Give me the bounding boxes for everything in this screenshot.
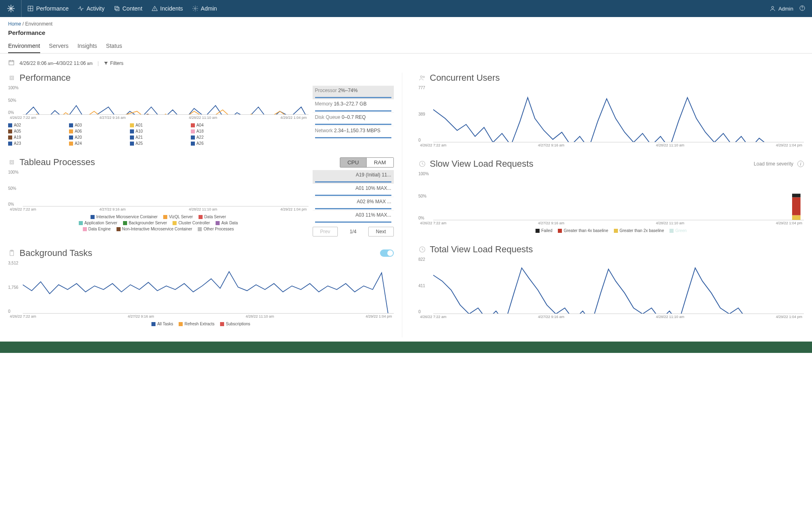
date-range[interactable]: 4/26/22 8:06 am–4/30/22 11:06 am — [19, 60, 93, 66]
legend-item[interactable]: A19 — [8, 135, 65, 140]
cpu-icon — [8, 74, 15, 82]
legend-item[interactable]: A04 — [191, 123, 248, 127]
process-row[interactable]: A01 10% MAX... — [313, 183, 394, 197]
legend-item[interactable]: Green — [669, 228, 687, 233]
legend-item[interactable]: A21 — [130, 135, 187, 140]
metric-row[interactable]: Network 2.34–1,150.73 MBPS — [313, 126, 394, 139]
slow-chart[interactable] — [433, 172, 804, 220]
top-nav: Performance Activity Content Incidents A… — [0, 0, 812, 17]
legend-item[interactable] — [252, 123, 309, 127]
panel-title: Tableau Processes — [19, 157, 336, 168]
legend-item[interactable]: Data Server — [199, 215, 226, 219]
processes-chart[interactable] — [23, 170, 309, 206]
background-toggle-switch[interactable] — [380, 249, 394, 257]
legend-item[interactable] — [252, 129, 309, 133]
legend-item[interactable]: Other Processes — [198, 227, 233, 231]
footer-bar — [0, 342, 812, 353]
tab-environment[interactable]: Environment — [8, 39, 40, 53]
legend-item[interactable]: Greater than 2x baseline — [614, 228, 664, 233]
legend-item[interactable]: A23 — [8, 141, 65, 146]
nav-performance[interactable]: Performance — [27, 5, 69, 12]
nav-admin[interactable]: Admin — [192, 5, 217, 12]
toggle-cpu[interactable]: CPU — [340, 158, 366, 167]
legend-item[interactable]: A25 — [130, 141, 187, 146]
cpu-ram-toggle: CPU RAM — [340, 157, 394, 168]
svg-point-25 — [420, 76, 422, 78]
metric-row[interactable]: Disk Queue 0–0.7 REQ — [313, 112, 394, 126]
nav-incidents[interactable]: Incidents — [151, 5, 183, 12]
panel-processes: Tableau Processes CPU RAM 100% 50% 0% — [8, 157, 394, 236]
legend-item[interactable]: A02 — [8, 123, 65, 127]
legend-item[interactable]: Cluster Controller — [173, 221, 210, 225]
legend-item[interactable]: Data Engine — [83, 227, 111, 231]
legend-item[interactable]: A06 — [69, 129, 126, 133]
legend-item[interactable]: A18 — [191, 129, 248, 133]
svg-rect-125 — [792, 215, 801, 220]
legend-item[interactable] — [252, 135, 309, 140]
user-menu[interactable]: Admin — [769, 5, 793, 12]
panel-title: Slow View Load Requests — [430, 159, 750, 169]
x-axis: 4/26/22 7:22 am4/27/22 9:16 am4/28/22 11… — [8, 116, 309, 120]
metric-row[interactable]: Memory 16.3–272.7 GB — [313, 99, 394, 112]
help-icon[interactable] — [799, 5, 806, 13]
legend-item[interactable]: Interactive Microservice Container — [91, 215, 158, 219]
tab-status[interactable]: Status — [106, 39, 122, 53]
nav-activity[interactable]: Activity — [78, 5, 104, 12]
date-range-icon[interactable] — [8, 59, 15, 67]
prev-button[interactable]: Prev — [313, 227, 338, 236]
svg-rect-7 — [114, 6, 118, 10]
info-icon[interactable]: i — [797, 161, 804, 167]
panel-concurrent-users: Concurrent Users 777 389 0 4/26/22 7:22 … — [419, 73, 804, 147]
legend-item[interactable]: A05 — [8, 129, 65, 133]
legend-item[interactable]: A20 — [69, 135, 126, 140]
next-button[interactable]: Next — [368, 227, 394, 236]
legend-item[interactable]: Greater than 4x baseline — [558, 228, 608, 233]
legend-item[interactable]: A24 — [69, 141, 126, 146]
legend-item[interactable]: A01 — [130, 123, 187, 127]
legend-item[interactable]: A10 — [130, 129, 187, 133]
process-row[interactable]: A19 (Initial) 11... — [313, 170, 394, 183]
legend-item[interactable]: Backgrounder Server — [123, 221, 167, 225]
legend-item[interactable]: A03 — [69, 123, 126, 127]
legend-item[interactable]: All Tasks — [151, 322, 173, 326]
legend-item[interactable]: A22 — [191, 135, 248, 140]
clock-icon — [419, 160, 426, 168]
legend-item[interactable]: Ask Data — [216, 221, 238, 225]
legend-item[interactable]: VizQL Server — [163, 215, 193, 219]
performance-chart[interactable] — [23, 86, 309, 115]
svg-rect-127 — [792, 194, 801, 198]
metric-row[interactable]: Processor 2%–74% — [313, 86, 394, 99]
nav-content[interactable]: Content — [114, 5, 143, 12]
page-indicator: 1/4 — [350, 229, 356, 234]
breadcrumb-current: Environment — [25, 21, 52, 27]
panel-slow-requests: Slow View Load Requests Load time severi… — [419, 159, 804, 233]
x-axis: 4/26/22 7:22 am4/27/22 9:16 am4/28/22 11… — [8, 207, 309, 211]
svg-point-11 — [194, 8, 196, 9]
severity-hint: Load time severity — [754, 161, 793, 167]
breadcrumb: Home / Environment — [0, 17, 812, 28]
toggle-ram[interactable]: RAM — [366, 158, 393, 167]
app-logo[interactable] — [6, 0, 22, 17]
breadcrumb-home[interactable]: Home — [8, 21, 21, 27]
concurrent-chart[interactable] — [433, 86, 804, 142]
process-row[interactable]: A02 8% MAX ... — [313, 197, 394, 210]
total-chart[interactable] — [433, 257, 804, 314]
legend-item[interactable]: Subscriptions — [220, 322, 250, 326]
legend-item[interactable]: Non-Interactive Microservice Container — [117, 227, 192, 231]
svg-point-12 — [771, 6, 773, 9]
panel-title: Performance — [19, 73, 394, 83]
legend-item[interactable]: A26 — [191, 141, 248, 146]
panel-performance: Performance 100% 50% 0% — [8, 73, 394, 146]
tab-servers[interactable]: Servers — [49, 39, 69, 53]
process-row[interactable]: A03 11% MAX... — [313, 210, 394, 224]
filters-button[interactable]: Filters — [104, 60, 123, 66]
legend-item[interactable]: Application Server — [79, 221, 117, 225]
legend-item[interactable] — [252, 141, 309, 146]
svg-rect-19 — [10, 76, 14, 80]
background-chart[interactable] — [23, 261, 394, 314]
processes-pager: Prev 1/4 Next — [313, 227, 394, 236]
svg-rect-15 — [9, 60, 14, 65]
legend-item[interactable]: Refresh Extracts — [179, 322, 214, 326]
legend-item[interactable]: Failed — [536, 228, 552, 233]
tab-insights[interactable]: Insights — [78, 39, 97, 53]
